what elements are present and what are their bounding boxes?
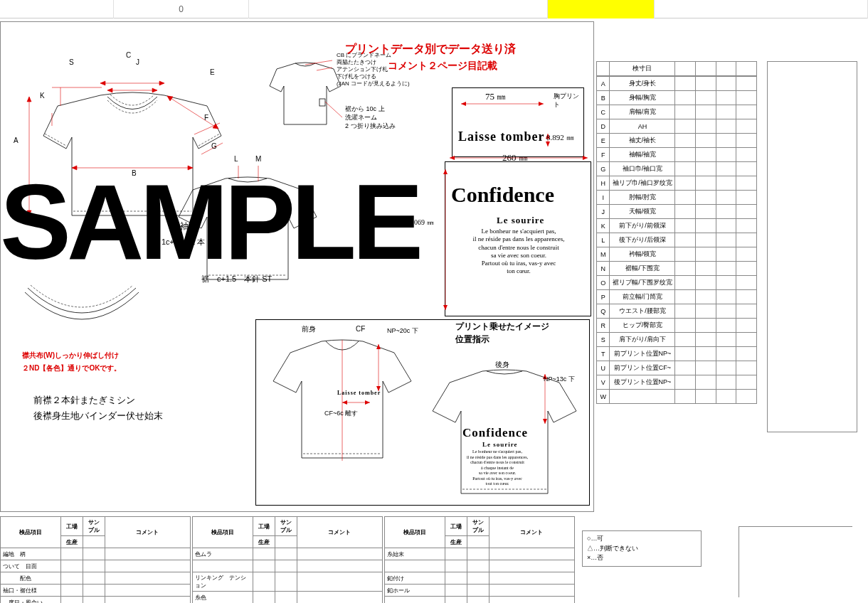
- svg-marker-17: [213, 124, 218, 129]
- qc-row: リンキング テンション: [193, 572, 383, 592]
- note-block: 裾から 10c 上 洗濯ネーム 2 つ折り挟み込み: [345, 105, 396, 130]
- sewing-note: 後襟身生地バインダー伏せ始末: [33, 410, 163, 422]
- chest-print-spec: 75 ㎜ 胸プリント Laisse tomber 8.892 ㎜: [452, 87, 584, 157]
- svg-marker-47: [543, 419, 547, 424]
- qc-row: ついて 目面: [1, 560, 191, 572]
- spec-table: 検寸日: [596, 61, 757, 76]
- spec-head: 検寸日: [610, 62, 675, 76]
- dim-letter: E: [210, 68, 215, 77]
- svg-marker-1: [27, 97, 31, 102]
- svg-line-23: [325, 102, 342, 117]
- sleeve-label: 袖口: [180, 221, 197, 233]
- svg-marker-10: [107, 88, 112, 92]
- dim-letter: B: [132, 169, 137, 178]
- label: 後身: [495, 360, 509, 369]
- back-title: Confidence: [462, 425, 528, 441]
- qc-row: 配色: [1, 572, 191, 585]
- back-sub: Le sourire: [482, 441, 518, 449]
- spec-table-body: A身丈/身长B身幅/胸宽C肩幅/肩宽DAHE袖丈/袖长F袖幅/袖宽G袖口巾/袖口…: [596, 76, 757, 404]
- qc-row: 度目・風合い: [1, 597, 191, 604]
- svg-marker-7: [100, 81, 105, 85]
- dim-sub: 069 ㎜: [414, 218, 434, 227]
- qc-row: [193, 560, 383, 572]
- topbar-cell: 0: [114, 0, 249, 18]
- svg-marker-44: [365, 400, 370, 405]
- spec-row: W: [597, 390, 757, 404]
- svg-marker-16: [167, 96, 173, 101]
- drawing-canvas: プリントデータ別でデータ送り済 コメント２ページ目記載: [0, 21, 594, 512]
- spec-row: F袖幅/袖宽: [597, 148, 757, 162]
- spec-row: M衿幅/领宽: [597, 247, 757, 262]
- spec-row: L後下がり/后领深: [597, 233, 757, 247]
- sewing-note: 前襟２本針またぎミシン: [33, 395, 135, 407]
- front-print: Laisse tomber: [337, 390, 381, 397]
- svg-marker-34: [443, 169, 448, 174]
- dim-letter: L: [234, 154, 238, 164]
- dim-letter: F: [204, 113, 208, 122]
- spec-sheet: 0 プリントデータ別でデータ送り済 コメント２ページ目記載: [0, 0, 868, 603]
- dim-letter: S: [69, 58, 74, 67]
- label: NP~13c 下: [544, 375, 575, 384]
- collar-note: ２ND【各色】通りでOKです。: [22, 363, 121, 373]
- spec-row: Qウエスト/腰部宽: [597, 304, 757, 319]
- svg-marker-35: [443, 305, 448, 310]
- spec-row: H袖リブ巾/袖口罗纹宽: [597, 176, 757, 191]
- svg-marker-4: [72, 166, 77, 170]
- hem-note: 裾 c+1.5 本針 ST: [201, 274, 272, 284]
- svg-line-18: [194, 123, 220, 134]
- qc-table-2: 検品項目工場サンプルコメント生産色ムラリンキング テンション糸色目落ち: [192, 516, 383, 603]
- spec-row: K前下がり/前领深: [597, 219, 757, 233]
- qc-row: 袖口・裾仕様: [1, 585, 191, 597]
- right-blank-2: [739, 526, 852, 597]
- panel-subtitle: 位置指示: [455, 334, 489, 346]
- back-flat-top-icon: [263, 53, 348, 132]
- svg-rect-22: [319, 99, 325, 106]
- svg-line-21: [317, 68, 332, 70]
- print-text: Laisse tomber: [458, 129, 544, 145]
- topbar-cell: [655, 0, 868, 18]
- note-block: CB にブランドネーム 両脇たたきつけ アテンション下げ札 下げ札をつける (J…: [337, 52, 410, 87]
- qc-row: 釦付け: [385, 572, 575, 585]
- back-body: Le bonheur ne s'acquiert pas, il ne rési…: [451, 449, 544, 487]
- spec-row: I肘幅/肘宽: [597, 191, 757, 205]
- dim-letter: A: [14, 136, 18, 145]
- front-shirt-icon: [265, 327, 420, 469]
- collar-note: 襟共布(W)しっかり伸ばし付け: [22, 351, 119, 360]
- spec-table-wrap: 検寸日 A身丈/身长B身幅/胸宽C肩幅/肩宽DAHE袖丈/袖长F袖幅/袖宽G袖口…: [596, 61, 757, 404]
- spec-row: A身丈/身长: [597, 77, 757, 91]
- dim-letter: C: [126, 50, 131, 60]
- spec-row: U前プリント位置CF~: [597, 361, 757, 375]
- qc-row: 釦ホール: [385, 585, 575, 597]
- qc-row: 編地 柄: [1, 548, 191, 560]
- qc-legend: ○…可 △…判断できない ×…否: [582, 530, 702, 567]
- spec-row: DAH: [597, 119, 757, 134]
- svg-marker-26: [539, 102, 544, 106]
- spec-row: C肩幅/肩宽: [597, 105, 757, 119]
- dim-letter: G: [211, 142, 217, 151]
- spec-row: P前立幅/门筒宽: [597, 290, 757, 304]
- dim-height: 8.892 ㎜: [546, 132, 574, 142]
- spec-row: O裾リブ幅/下围罗纹宽: [597, 276, 757, 290]
- topbar-highlight: [548, 0, 655, 18]
- spec-row: J天幅/领宽: [597, 205, 757, 219]
- topbar-cell: [249, 0, 548, 18]
- dim-letter: J: [136, 58, 139, 67]
- spec-row: B身幅/胸宽: [597, 91, 757, 105]
- right-blank-1: [767, 61, 857, 432]
- spec-row: G袖口巾/袖口宽: [597, 162, 757, 176]
- panel-title: プリント乗せたイメージ: [455, 321, 549, 333]
- topbar-cell: [0, 0, 114, 18]
- spec-row: N裾幅/下围宽: [597, 262, 757, 276]
- qc-table-3: 検品項目工場サンプルコメント生産糸始末釦付け釦ホール: [384, 516, 575, 603]
- back-print-spec: 260 ㎜ Confidence Le sourire Le bonheur n…: [445, 161, 591, 316]
- svg-marker-32: [583, 156, 588, 160]
- svg-marker-11: [152, 88, 157, 92]
- spec-row: T前プリント位置NP~: [597, 347, 757, 361]
- spec-row: S肩下がり/肩向下: [597, 333, 757, 347]
- spec-row: V後プリント位置NP~: [597, 375, 757, 390]
- qc-row: 糸始末: [385, 548, 575, 560]
- svg-marker-25: [461, 102, 466, 106]
- top-bar: 0: [0, 0, 868, 18]
- print-sub: Le sourire: [497, 215, 544, 227]
- layout-panel: 前身 CF NP~20c 下 プリント乗せたイメージ 位置指示 Laisse t…: [255, 319, 590, 506]
